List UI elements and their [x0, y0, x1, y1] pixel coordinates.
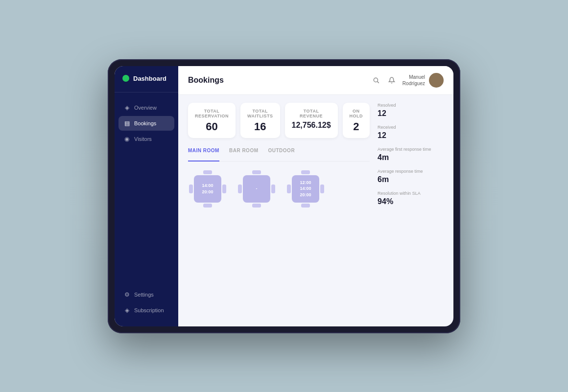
room-3: 12:0014:0020:00 — [286, 169, 325, 208]
chair-top — [301, 170, 310, 174]
sidebar-item-overview[interactable]: ◈ Overview — [118, 100, 174, 115]
room-1: 14:0020:00 — [188, 169, 227, 208]
main-content: Bookings — [178, 66, 453, 326]
right-stat-value: 12 — [378, 131, 451, 140]
subscription-icon: ◈ — [123, 307, 130, 314]
sidebar-item-label: Visitors — [134, 136, 152, 142]
right-stat-label: Average first response time — [378, 147, 451, 152]
page-title: Bookings — [188, 76, 224, 85]
avatar — [429, 73, 444, 88]
table-time: 12:0014:0020:00 — [300, 180, 311, 198]
table-time: - — [256, 185, 258, 192]
sidebar-item-settings[interactable]: ⚙ Settings — [118, 287, 174, 302]
right-stat-value: 12 — [378, 109, 451, 118]
logo-text: Dashboard — [133, 75, 166, 82]
table-body-2: - — [243, 175, 270, 203]
tab-main-room[interactable]: MAIN ROOM — [188, 148, 219, 157]
chair-top — [252, 170, 261, 174]
rooms-grid: 14:0020:00 — [188, 169, 370, 208]
user-info: Manuel Rodríguez — [402, 73, 444, 88]
table-visual-3[interactable]: 12:0014:0020:00 — [286, 169, 325, 208]
stat-value: 16 — [247, 121, 273, 132]
tab-bar-room[interactable]: BAR ROOM — [229, 148, 259, 157]
chair-right — [320, 184, 324, 193]
table-body-1: 14:0020:00 — [194, 175, 221, 203]
sidebar: Dashboard ◈ Overview ▤ Bookings ◉ Visito… — [115, 66, 178, 326]
right-stat-resolution-sla: Resolution within SLA 94% — [378, 191, 451, 206]
tablet-screen: Dashboard ◈ Overview ▤ Bookings ◉ Visito… — [115, 66, 453, 326]
chair-bottom — [203, 204, 212, 208]
logo-icon — [122, 75, 129, 82]
bell-icon[interactable] — [387, 75, 397, 85]
chair-bottom — [252, 204, 261, 208]
content-area: TOTAL RESERVATION 60 TOTAL WAITLISTS 16 … — [178, 95, 453, 326]
room-tabs: MAIN ROOM BAR ROOM OUTDOOR — [188, 148, 370, 161]
svg-point-2 — [435, 77, 438, 80]
right-stat-label: Received — [378, 125, 451, 130]
right-stat-value: 94% — [378, 197, 451, 206]
header: Bookings — [178, 66, 453, 95]
stat-card-total-reservation: TOTAL RESERVATION 60 — [188, 103, 236, 138]
sidebar-item-label: Overview — [134, 105, 157, 111]
right-stat-value: 6m — [378, 175, 451, 184]
stat-value: 60 — [195, 121, 229, 132]
stat-card-total-revenue: TOTAL REVENUE 12,756.12$ — [285, 103, 338, 138]
stat-value: 2 — [350, 121, 363, 132]
chair-left — [287, 184, 291, 193]
chair-left — [189, 184, 193, 193]
sidebar-item-subscription[interactable]: ◈ Subscription — [118, 303, 174, 318]
tablet-frame: Dashboard ◈ Overview ▤ Bookings ◉ Visito… — [108, 59, 460, 333]
stat-label: TOTAL REVENUE — [292, 109, 331, 118]
chair-right — [271, 184, 275, 193]
header-actions: Manuel Rodríguez — [371, 73, 444, 88]
sidebar-nav: ◈ Overview ▤ Bookings ◉ Visitors — [115, 100, 178, 287]
stat-label: ON HOLD — [350, 109, 363, 118]
svg-line-1 — [377, 81, 379, 83]
right-stat-label: Average response time — [378, 169, 451, 174]
right-stat-label: Resolved — [378, 103, 451, 108]
stat-card-on-hold: ON HOLD 2 — [343, 103, 370, 138]
table-visual-2[interactable]: - — [237, 169, 276, 208]
room-2: - — [237, 169, 276, 208]
chair-right — [222, 184, 226, 193]
right-stat-avg-response: Average response time 6m — [378, 169, 451, 184]
stat-label: TOTAL RESERVATION — [195, 109, 229, 118]
table-time: 14:0020:00 — [202, 183, 213, 195]
sidebar-item-label: Settings — [134, 292, 154, 298]
chair-left — [238, 184, 242, 193]
content-right: Resolved 12 Received 12 Average first re… — [378, 103, 451, 319]
table-visual-1[interactable]: 14:0020:00 — [188, 169, 227, 208]
right-stat-value: 4m — [378, 153, 451, 162]
content-left: TOTAL RESERVATION 60 TOTAL WAITLISTS 16 … — [188, 103, 370, 319]
right-stat-received: Received 12 — [378, 125, 451, 140]
chair-bottom — [301, 204, 310, 208]
settings-icon: ⚙ — [123, 291, 130, 298]
sidebar-item-bookings[interactable]: ▤ Bookings — [118, 116, 174, 131]
sidebar-item-label: Bookings — [134, 120, 156, 126]
overview-icon: ◈ — [123, 104, 130, 111]
table-body-3: 12:0014:0020:00 — [292, 175, 319, 203]
svg-point-0 — [374, 78, 378, 82]
bookings-icon: ▤ — [123, 120, 130, 127]
stat-value: 12,756.12$ — [292, 121, 331, 129]
chair-top — [203, 170, 212, 174]
stats-row: TOTAL RESERVATION 60 TOTAL WAITLISTS 16 … — [188, 103, 370, 138]
right-stat-avg-first-response: Average first response time 4m — [378, 147, 451, 162]
sidebar-item-label: Subscription — [134, 307, 164, 313]
search-icon[interactable] — [371, 75, 381, 85]
visitors-icon: ◉ — [123, 136, 130, 142]
sidebar-bottom: ⚙ Settings ◈ Subscription — [115, 287, 178, 318]
stat-label: TOTAL WAITLISTS — [247, 109, 273, 118]
sidebar-item-visitors[interactable]: ◉ Visitors — [118, 132, 174, 146]
sidebar-logo: Dashboard — [115, 75, 178, 92]
user-name: Manuel Rodríguez — [402, 74, 425, 87]
right-stat-resolved: Resolved 12 — [378, 103, 451, 118]
stat-card-total-waitlists: TOTAL WAITLISTS 16 — [240, 103, 280, 138]
right-stat-label: Resolution within SLA — [378, 191, 451, 196]
tab-outdoor[interactable]: OUTDOOR — [268, 148, 295, 157]
